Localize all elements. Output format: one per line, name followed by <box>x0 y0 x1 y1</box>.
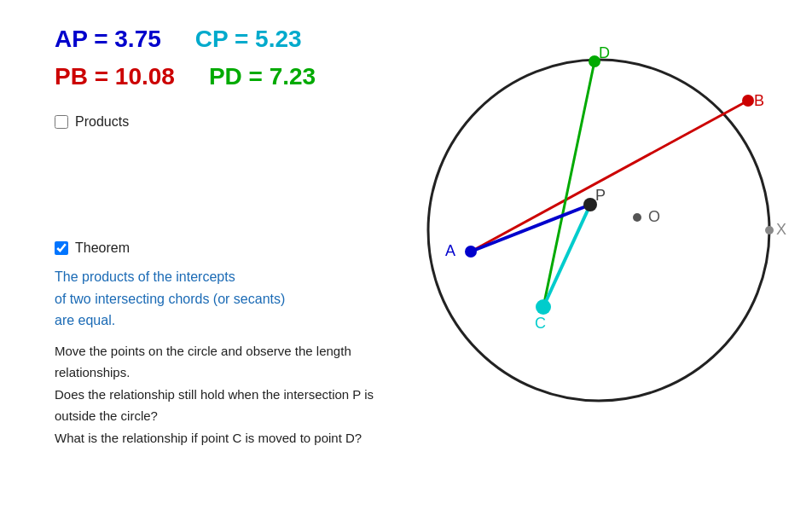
label-o: O <box>648 208 660 225</box>
theorem-section: Theorem The products of the intercepts o… <box>55 240 392 449</box>
theorem-label[interactable]: Theorem <box>75 240 130 256</box>
label-b: B <box>754 92 764 109</box>
ap-value: AP = 3.75 <box>55 26 161 53</box>
theorem-row: Theorem <box>55 240 392 256</box>
cp-value: CP = 5.23 <box>195 26 302 53</box>
products-label[interactable]: Products <box>75 114 129 130</box>
values-row-1: AP = 3.75 CP = 5.23 <box>55 26 392 53</box>
instruction-line2: Does the relationship still hold when th… <box>55 384 392 427</box>
geometry-diagram: O X A B D C P <box>351 0 812 521</box>
chord-ab <box>471 101 748 252</box>
theorem-checkbox[interactable] <box>55 241 68 255</box>
label-d: D <box>599 44 610 61</box>
theorem-text: The products of the intercepts of two in… <box>55 266 392 332</box>
instruction-line3: What is the relationship if point C is m… <box>55 427 392 449</box>
label-p: P <box>595 187 606 204</box>
main-circle <box>428 60 769 401</box>
products-row: Products <box>55 114 392 130</box>
right-panel: O X A B D C P <box>351 0 812 521</box>
chord-cd <box>543 61 594 307</box>
pb-value: PB = 10.08 <box>55 63 175 90</box>
values-row-2: PB = 10.08 PD = 7.23 <box>55 63 392 90</box>
label-x: X <box>776 221 786 238</box>
center-o <box>633 213 641 222</box>
theorem-line3: are equal. <box>55 310 392 332</box>
point-x <box>765 226 774 234</box>
pd-value: PD = 7.23 <box>209 63 316 90</box>
products-checkbox[interactable] <box>55 115 68 129</box>
theorem-line1: The products of the intercepts <box>55 266 392 288</box>
instructions: Move the points on the circle and observ… <box>55 340 392 449</box>
label-a: A <box>445 242 455 259</box>
point-b <box>742 95 754 107</box>
label-c: C <box>535 315 546 332</box>
left-panel: AP = 3.75 CP = 5.23 PB = 10.08 PD = 7.23… <box>0 0 409 521</box>
theorem-line2: of two intersecting chords (or secants) <box>55 288 392 310</box>
instruction-line1: Move the points on the circle and observ… <box>55 340 392 384</box>
